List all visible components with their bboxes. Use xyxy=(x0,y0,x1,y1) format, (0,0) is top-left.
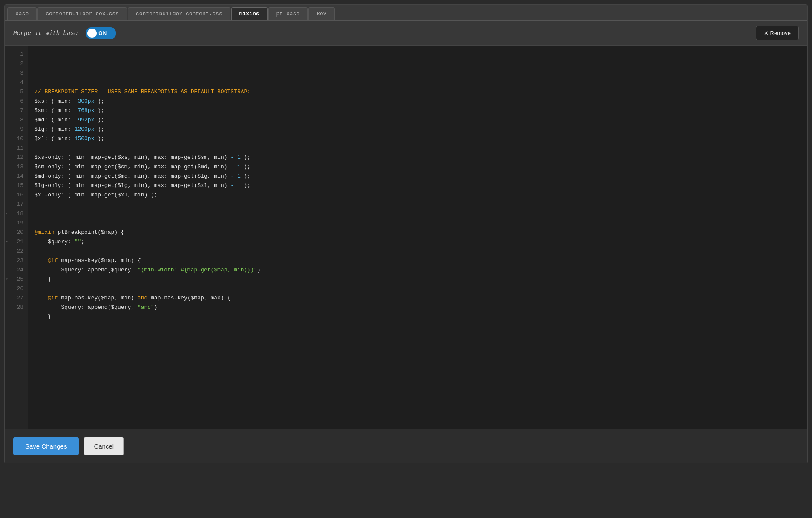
code-line: $sm-only: ( min: map-get($sm, min), max:… xyxy=(35,162,807,172)
code-line xyxy=(35,219,807,228)
toggle-switch[interactable]: ON xyxy=(86,27,116,39)
tab-pt_base[interactable]: pt_base xyxy=(268,7,308,20)
bottom-bar: Save Changes Cancel xyxy=(5,429,807,463)
editor-container: basecontentbuilder box.csscontentbuilder… xyxy=(4,4,808,463)
tab-contentbuilder-content.css[interactable]: contentbuilder content.css xyxy=(128,7,230,20)
line-number: 10 xyxy=(5,134,28,144)
line-number: 13 xyxy=(5,162,28,172)
tab-kev[interactable]: kev xyxy=(308,7,334,20)
code-line xyxy=(35,284,807,294)
line-number: 9 xyxy=(5,125,28,134)
code-line: $xl: ( min: 1500px ); xyxy=(35,134,807,144)
code-line: @mixin ptBreakpoint($map) { xyxy=(35,228,807,237)
line-number: 15 xyxy=(5,181,28,190)
toggle-text: ON xyxy=(98,30,107,36)
code-line: // BREAKPOINT SIZER - USES SAME BREAKPOI… xyxy=(35,87,807,97)
code-line xyxy=(35,322,807,331)
line-number: 11 xyxy=(5,144,28,153)
code-line: } xyxy=(35,275,807,284)
remove-button[interactable]: ✕ Remove xyxy=(756,26,799,40)
line-number: 17 xyxy=(5,200,28,209)
code-line: @if map-has-key($map, min) { xyxy=(35,256,807,265)
merge-label: Merge it with base xyxy=(13,30,78,37)
code-line: ​ xyxy=(35,69,807,78)
line-number: 23 xyxy=(5,256,28,265)
code-line: $md-only: ( min: map-get($md, min), max:… xyxy=(35,172,807,181)
line-number: ▾18 xyxy=(5,209,28,219)
code-line: @if map-has-key($map, min) and map-has-k… xyxy=(35,294,807,303)
line-number: 26 xyxy=(5,284,28,294)
line-number: 3 xyxy=(5,69,28,78)
code-line: $md: ( min: 992px ); xyxy=(35,115,807,125)
code-line xyxy=(35,78,807,87)
save-button[interactable]: Save Changes xyxy=(13,437,79,455)
line-number: 19 xyxy=(5,219,28,228)
code-line: $query: append($query, "and") xyxy=(35,303,807,312)
code-line: $xs: ( min: 300px ); xyxy=(35,97,807,106)
cancel-button[interactable]: Cancel xyxy=(84,437,124,455)
code-line: $query: ""; xyxy=(35,237,807,247)
line-number: 5 xyxy=(5,87,28,97)
tab-contentbuilder-box.css[interactable]: contentbuilder box.css xyxy=(37,7,127,20)
merge-bar: Merge it with base ON ✕ Remove xyxy=(5,21,807,46)
merge-left: Merge it with base ON xyxy=(13,27,116,39)
line-number: 6 xyxy=(5,97,28,106)
code-line xyxy=(35,200,807,209)
line-number: 2 xyxy=(5,59,28,69)
line-number: 16 xyxy=(5,190,28,200)
line-number: 7 xyxy=(5,106,28,115)
tab-base[interactable]: base xyxy=(7,7,37,20)
line-number: 8 xyxy=(5,115,28,125)
line-number: 28 xyxy=(5,303,28,312)
code-line: $lg-only: ( min: map-get($lg, min), max:… xyxy=(35,181,807,190)
code-line xyxy=(35,209,807,219)
line-number: 14 xyxy=(5,172,28,181)
line-number: 4 xyxy=(5,78,28,87)
code-line xyxy=(35,247,807,256)
code-line: $xl-only: ( min: map-get($xl, min) ); xyxy=(35,190,807,200)
line-number: ▾21 xyxy=(5,237,28,247)
tab-bar: basecontentbuilder box.csscontentbuilder… xyxy=(5,5,807,21)
line-number: ▾25 xyxy=(5,275,28,284)
code-line: $lg: ( min: 1200px ); xyxy=(35,125,807,134)
line-number: 1 xyxy=(5,50,28,59)
toggle-knob xyxy=(87,29,97,38)
line-numbers: 1234567891011121314151617▾181920▾2122232… xyxy=(5,46,28,429)
line-number: 12 xyxy=(5,153,28,162)
line-number: 22 xyxy=(5,247,28,256)
code-content[interactable]: ​ // BREAKPOINT SIZER - USES SAME BREAKP… xyxy=(28,46,807,429)
line-number: 24 xyxy=(5,265,28,275)
line-number: 27 xyxy=(5,294,28,303)
code-line: $query: append($query, "(min-width: #{ma… xyxy=(35,265,807,275)
code-area: 1234567891011121314151617▾181920▾2122232… xyxy=(5,46,807,429)
line-number: 20 xyxy=(5,228,28,237)
code-line: } xyxy=(35,312,807,322)
code-line xyxy=(35,144,807,153)
tab-mixins[interactable]: mixins xyxy=(231,7,268,20)
code-line: $xs-only: ( min: map-get($xs, min), max:… xyxy=(35,153,807,162)
code-line: $sm: ( min: 768px ); xyxy=(35,106,807,115)
